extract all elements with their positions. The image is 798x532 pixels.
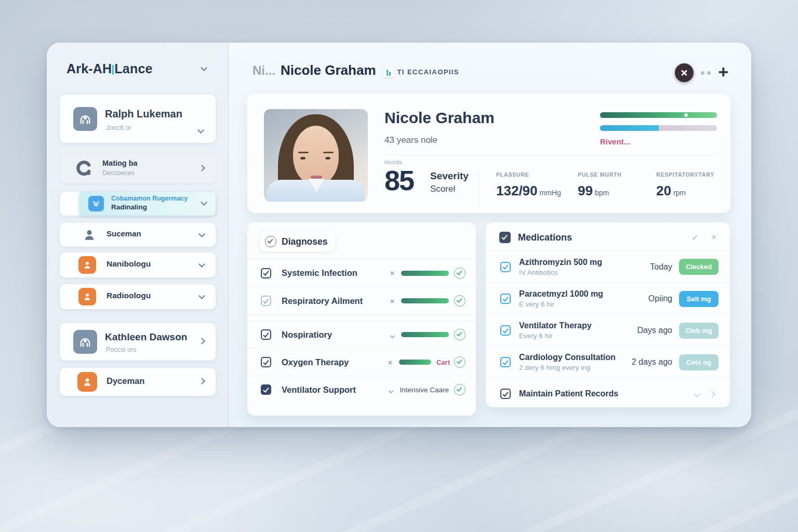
sidebar-item-radioologu[interactable]: Radioologu [60,284,216,309]
chevron-right-icon[interactable] [198,338,205,344]
diagnosis-label: Respiratory Ailment [282,296,388,306]
x-mark-icon[interactable]: × [388,269,397,277]
checkbox-checked[interactable] [500,294,511,304]
group-gap [247,314,476,321]
sidebar-item-subtitle: Deccoeces [102,169,135,177]
sidebar-item-subtitle: Jocctt or [106,124,131,131]
checkbox-checked[interactable] [261,329,271,340]
diagnoses-title-pill: Diagnoses [260,232,335,251]
diagnosis-progress-bar [401,332,449,337]
medication-title: Azithromyzin 500 mg [519,258,650,267]
checkbox-checked[interactable] [261,268,271,278]
patient-age: 43 years nole [384,135,437,145]
sidebar-item-dyceman[interactable]: Dyceman [60,368,216,396]
sidebar-item-suceman[interactable]: Suceman [60,223,216,247]
person-icon [77,372,97,392]
checkbox-checked[interactable] [261,384,271,395]
vital-unit: mmHg [540,189,561,197]
logo-caret-accent [112,65,114,75]
x-mark-icon[interactable]: × [388,297,397,305]
medication-time: Days ago [637,326,672,335]
bar-chart-icon [383,67,394,77]
chevron-right-icon[interactable] [198,165,205,171]
page-title: Nicole Graham [281,62,376,78]
sidebar-item-nanibologu[interactable]: Nanibologu [60,252,216,277]
medication-time: Today [650,262,672,272]
x-mark-icon[interactable]: × [385,358,395,367]
checkbox-checked[interactable] [500,262,511,272]
chevron-down-icon[interactable] [198,292,205,299]
vital-unit: rpm [673,189,686,197]
chevron-down-icon[interactable] [198,231,205,237]
checkbox-checked[interactable] [499,232,511,243]
person-icon [78,256,96,274]
medication-subtitle: Every 6 hir [519,332,637,340]
sidebar-item-radinaling-active[interactable]: Cobamamon Rugermacy Radinaling [60,192,216,216]
chevron-down-icon[interactable] [386,385,395,394]
circle-check-icon[interactable] [454,384,466,395]
add-button[interactable]: + [718,63,728,81]
medication-status-badge[interactable]: Clecked [679,259,719,275]
medication-row-azithromyzin[interactable]: Azithromyzin 500 mg IV Antibotics Today … [486,251,730,283]
circle-check-icon[interactable] [454,295,466,307]
vital-value: 99 [578,183,593,198]
medication-title: Paracetmyzl 1000 mg [519,289,648,299]
severity-score-value: 85 [384,164,414,196]
medication-row-paracetmyzl[interactable]: Paracetmyzl 1000 mg E very 6 hir Opiing … [486,283,730,314]
diagnosis-row-oxygen-therapy[interactable]: Oxygen Therapy × Cart [247,348,476,376]
diagnoses-header: Diagnoses [247,222,476,259]
diagnosis-row-systemic-infection[interactable]: Systemic Infection × [247,259,476,287]
photo-detail [311,176,322,179]
close-icon[interactable]: × [711,232,716,243]
chevron-right-icon[interactable] [709,391,715,397]
medication-row-cardiology-consultation[interactable]: Cardiology Consultation 2 dery 6 hmg eve… [486,346,730,378]
checkbox-checked[interactable] [500,357,511,367]
sidebar-collapse-chevron-down-icon[interactable] [201,64,207,71]
sidebar-item-subtitle: Poccst ors [106,346,136,353]
medications-panel: Medications ✓ × Azithromyzin 500 mg IV A… [486,222,730,407]
close-icon[interactable] [675,63,694,82]
checkbox-checked[interactable] [500,389,511,399]
vital-respiratory-rate: RESPITATORYTARY 20rpm [656,171,714,199]
diagnosis-row-respiratory-ailment[interactable]: Respiratory Ailment × [247,287,476,314]
checkbox-checked[interactable] [500,325,511,336]
circle-check-icon[interactable] [454,329,466,340]
chevron-down-icon[interactable] [201,199,207,206]
photo-detail [325,157,330,159]
hospital-icon [73,107,97,131]
check-icon[interactable]: ✓ [691,232,699,243]
medication-title: Ventilator Therapy [519,321,637,330]
person-icon [83,228,96,244]
chevron-down-icon[interactable] [198,261,205,268]
window-controls: + [675,63,728,82]
diagnosis-label: Ventilator Support [282,385,386,395]
medication-status-badge[interactable]: Cleb mg [679,323,719,339]
chevron-down-icon[interactable] [694,391,700,397]
divider [478,169,478,207]
checkbox-checked[interactable] [261,296,271,306]
divider [384,155,717,155]
chevron-down-icon[interactable] [388,330,397,339]
medication-status-badge[interactable]: Selt mg [679,291,719,307]
photo-detail [300,157,305,159]
medication-row-maintain-patient-records[interactable]: Maintain Patient Records [486,378,730,409]
sidebar-item-matiog-ba[interactable]: Matiog ba Deccoeces [60,153,216,183]
sidebar-item-doctor-ralph-lukeman[interactable]: Ralph Lukeman Jocctt or [60,95,216,143]
medication-status-badge[interactable]: Cets og [679,354,719,370]
medication-row-ventilator-therapy[interactable]: Ventilator Therapy Every 6 hir Days ago … [486,314,730,346]
circle-check-icon[interactable] [454,356,466,368]
sidebar-item-title: Nanibologu [107,259,151,269]
c-shape-icon [75,159,93,179]
checkbox-checked[interactable] [261,357,271,367]
severity-score-label: Severity Scorel [430,170,469,194]
medication-subtitle: 2 dery 6 hmg every ing [519,364,632,371]
chevron-down-icon[interactable] [197,127,204,134]
diagnosis-label: Nospiratiory [282,330,388,340]
circle-check-icon[interactable] [454,268,466,279]
chevron-right-icon[interactable] [198,378,205,384]
diagnosis-row-nospiratiory[interactable]: Nospiratiory [247,321,476,348]
status-badge-label: TI ECCAIAOPIIS [397,68,459,76]
more-options-icon[interactable] [701,71,711,75]
diagnosis-row-ventilator-support[interactable]: Ventilator Support Intensive Caare [247,376,476,403]
sidebar-item-doctor-kathleen-dawson[interactable]: Kathleen Dawson Poccst ors [60,323,216,361]
